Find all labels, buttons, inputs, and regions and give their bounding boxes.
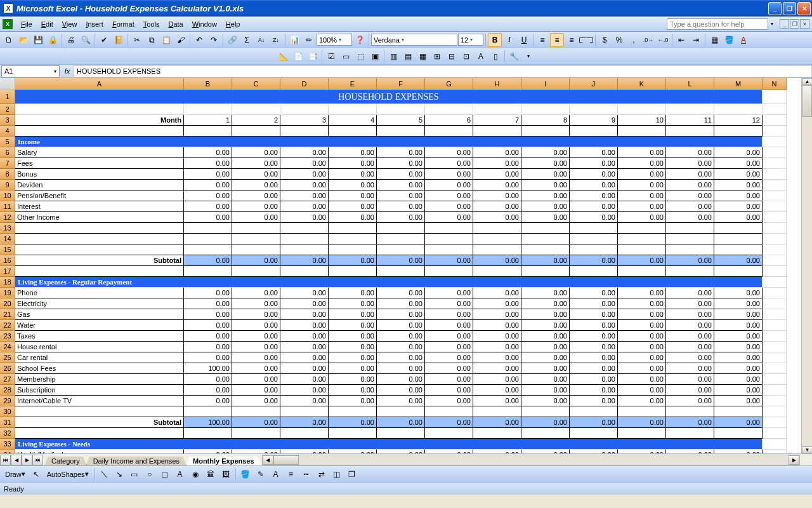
cell-C16[interactable]: 0.00 [232,255,280,266]
cell-N16[interactable] [763,255,787,266]
cell-F26[interactable]: 0.00 [377,363,425,374]
menu-format[interactable]: Format [108,18,139,30]
print-icon[interactable]: 🖨 [64,33,78,47]
row-31[interactable]: Subtotal100.000.000.000.000.000.000.000.… [15,417,787,428]
row-header-31[interactable]: 31 [0,417,15,428]
cell-A20[interactable]: Electricity [15,298,184,309]
cell-D34[interactable]: 0.00 [280,450,329,453]
cell-F8[interactable]: 0.00 [377,169,425,180]
cell-E10[interactable]: 0.00 [329,190,377,201]
cell-D7[interactable]: 0.00 [280,158,329,169]
cell-H23[interactable]: 0.00 [473,331,521,342]
tool-icon-13[interactable]: ⊡ [459,50,473,64]
cell-K10[interactable]: 0.00 [618,190,666,201]
cell-M29[interactable]: 0.00 [714,396,763,406]
cell-L30[interactable] [666,406,714,417]
format-painter-icon[interactable]: 🖌 [174,33,188,47]
cell-H32[interactable] [473,428,521,439]
cell-L17[interactable] [666,266,714,277]
cell-C10[interactable]: 0.00 [232,190,280,201]
cell-N4[interactable] [763,126,787,137]
row-header-15[interactable]: 15 [0,244,15,255]
cell-H15[interactable] [473,244,521,255]
toolbar-options-icon[interactable]: ▾ [521,50,535,64]
cell-L16[interactable]: 0.00 [666,255,714,266]
cell-G28[interactable]: 0.00 [425,385,473,396]
cell-M14[interactable] [714,234,763,244]
cut-icon[interactable]: ✂ [130,33,144,47]
row-18[interactable]: Living Expenses - Regular Repayment [15,277,787,288]
row-24[interactable]: House rental0.000.000.000.000.000.000.00… [15,342,787,352]
cell-L32[interactable] [666,428,714,439]
row-header-23[interactable]: 23 [0,331,15,342]
cell-H27[interactable]: 0.00 [473,374,521,385]
cell-B23[interactable]: 0.00 [184,331,232,342]
row-12[interactable]: Other Income0.000.000.000.000.000.000.00… [15,212,787,223]
cell-B34[interactable]: 0.00 [184,450,232,453]
cell-I28[interactable]: 0.00 [521,385,570,396]
cell-E17[interactable] [329,266,377,277]
cell-M25[interactable]: 0.00 [714,352,763,363]
help-icon[interactable]: ❓ [353,33,367,47]
cell-B21[interactable]: 0.00 [184,309,232,320]
cell-J12[interactable]: 0.00 [570,212,618,223]
cell-I26[interactable]: 0.00 [521,363,570,374]
cell-L31[interactable]: 0.00 [666,417,714,428]
cell-A25[interactable]: Car rental [15,352,184,363]
cell-C17[interactable] [232,266,280,277]
cell-L9[interactable]: 0.00 [666,180,714,190]
cell-A32[interactable] [15,428,184,439]
cell-J26[interactable]: 0.00 [570,363,618,374]
row-header-29[interactable]: 29 [0,396,15,406]
cell-N24[interactable] [763,342,787,352]
cell-E31[interactable]: 0.00 [329,417,377,428]
column-header-L[interactable]: L [666,78,714,90]
cell-E16[interactable]: 0.00 [329,255,377,266]
column-header-M[interactable]: M [714,78,763,90]
cell-G31[interactable]: 0.00 [425,417,473,428]
row-header-25[interactable]: 25 [0,352,15,363]
increase-indent-icon[interactable]: ⇥ [689,33,703,47]
increase-decimal-icon[interactable]: .0→ [641,33,655,47]
row-header-1[interactable]: 1 [0,90,15,104]
row-21[interactable]: Gas0.000.000.000.000.000.000.000.000.000… [15,309,787,320]
cell-F20[interactable]: 0.00 [377,298,425,309]
menu-insert[interactable]: Insert [81,18,108,30]
permission-icon[interactable]: 🔒 [46,33,60,47]
cell-H14[interactable] [473,234,521,244]
cell-merged-row18[interactable]: Living Expenses - Regular Repayment [15,277,763,288]
tool-icon-16[interactable]: 🔧 [507,50,521,64]
cell-I25[interactable]: 0.00 [521,352,570,363]
cell-A24[interactable]: House rental [15,342,184,352]
name-box[interactable]: A1▾ [1,65,60,77]
cell-A3[interactable]: Month [15,115,184,126]
cell-B27[interactable]: 0.00 [184,374,232,385]
cell-F30[interactable] [377,406,425,417]
cell-M22[interactable]: 0.00 [714,320,763,331]
cell-C23[interactable]: 0.00 [232,331,280,342]
picture-icon[interactable]: 🖼 [219,467,233,481]
cell-L24[interactable]: 0.00 [666,342,714,352]
cell-E12[interactable]: 0.00 [329,212,377,223]
cell-J11[interactable]: 0.00 [570,201,618,212]
cell-K17[interactable] [618,266,666,277]
cell-F29[interactable]: 0.00 [377,396,425,406]
cell-L19[interactable]: 0.00 [666,288,714,298]
cell-M12[interactable]: 0.00 [714,212,763,223]
row-header-24[interactable]: 24 [0,342,15,352]
cell-E14[interactable] [329,234,377,244]
cell-N14[interactable] [763,234,787,244]
cell-K2[interactable] [618,104,666,115]
cell-K30[interactable] [618,406,666,417]
cell-E4[interactable] [329,126,377,137]
column-header-E[interactable]: E [329,78,377,90]
cell-K20[interactable]: 0.00 [618,298,666,309]
cell-D26[interactable]: 0.00 [280,363,329,374]
cell-B6[interactable]: 0.00 [184,147,232,158]
cell-D19[interactable]: 0.00 [280,288,329,298]
cell-M27[interactable]: 0.00 [714,374,763,385]
cell-G20[interactable]: 0.00 [425,298,473,309]
row-22[interactable]: Water0.000.000.000.000.000.000.000.000.0… [15,320,787,331]
cell-D20[interactable]: 0.00 [280,298,329,309]
cell-H7[interactable]: 0.00 [473,158,521,169]
